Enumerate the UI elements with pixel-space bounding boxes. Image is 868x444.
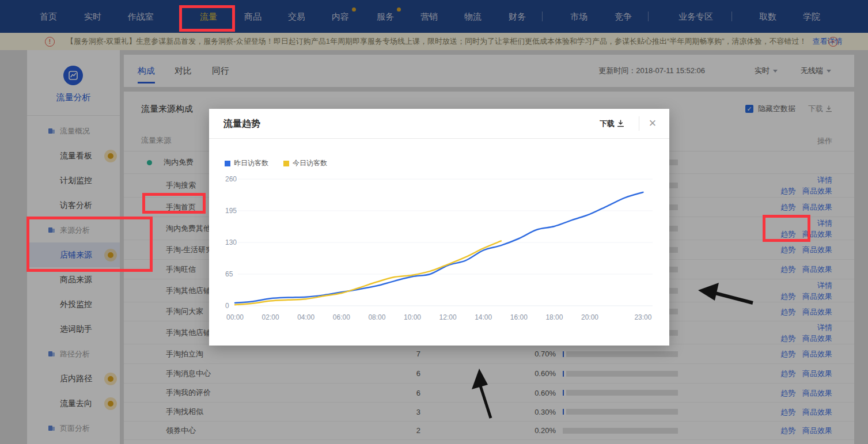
modal-close-icon[interactable]: × bbox=[644, 115, 661, 132]
chart-legend: 昨日访客数今日访客数 bbox=[225, 158, 342, 168]
svg-text:06:00: 06:00 bbox=[333, 313, 350, 321]
page: 首页实时作战室流量商品交易内容服务营销物流财务市场竞争业务专区取数学院 ! 【服… bbox=[0, 0, 868, 444]
svg-text:18:00: 18:00 bbox=[545, 313, 563, 321]
svg-text:10:00: 10:00 bbox=[404, 313, 421, 321]
svg-text:00:00: 00:00 bbox=[226, 313, 244, 321]
trend-line-chart: 06513019526000:0002:0004:0006:0008:0010:… bbox=[223, 171, 661, 332]
modal-header: 流量趋势 下载 × bbox=[209, 109, 669, 139]
svg-text:16:00: 16:00 bbox=[510, 313, 528, 321]
svg-text:195: 195 bbox=[225, 207, 237, 215]
svg-text:08:00: 08:00 bbox=[368, 313, 385, 321]
svg-text:130: 130 bbox=[225, 238, 237, 246]
download-icon bbox=[617, 120, 624, 127]
svg-text:0: 0 bbox=[225, 302, 229, 310]
modal-title: 流量趋势 bbox=[223, 109, 260, 138]
svg-text:260: 260 bbox=[225, 175, 237, 183]
svg-text:12:00: 12:00 bbox=[439, 313, 457, 321]
modal-download-button[interactable]: 下载 bbox=[600, 109, 624, 138]
download-label: 下载 bbox=[600, 119, 615, 129]
legend-swatch bbox=[283, 161, 289, 166]
legend-item: 今日访客数 bbox=[283, 158, 327, 168]
legend-label: 昨日访客数 bbox=[234, 158, 268, 168]
line-series-今日访客数 bbox=[235, 241, 501, 305]
legend-swatch bbox=[225, 161, 230, 166]
legend-label: 今日访客数 bbox=[293, 158, 327, 168]
header-divider bbox=[639, 116, 639, 131]
svg-text:02:00: 02:00 bbox=[262, 313, 279, 321]
svg-text:65: 65 bbox=[225, 270, 233, 278]
svg-text:20:00: 20:00 bbox=[581, 313, 598, 321]
svg-text:14:00: 14:00 bbox=[475, 313, 492, 321]
traffic-trend-modal: 流量趋势 下载 × 昨日访客数今日访客数 06513019526000:0002… bbox=[209, 109, 669, 346]
svg-text:04:00: 04:00 bbox=[297, 313, 314, 321]
legend-item: 昨日访客数 bbox=[225, 158, 268, 168]
svg-text:23:00: 23:00 bbox=[634, 313, 651, 321]
line-series-昨日访客数 bbox=[235, 192, 643, 303]
